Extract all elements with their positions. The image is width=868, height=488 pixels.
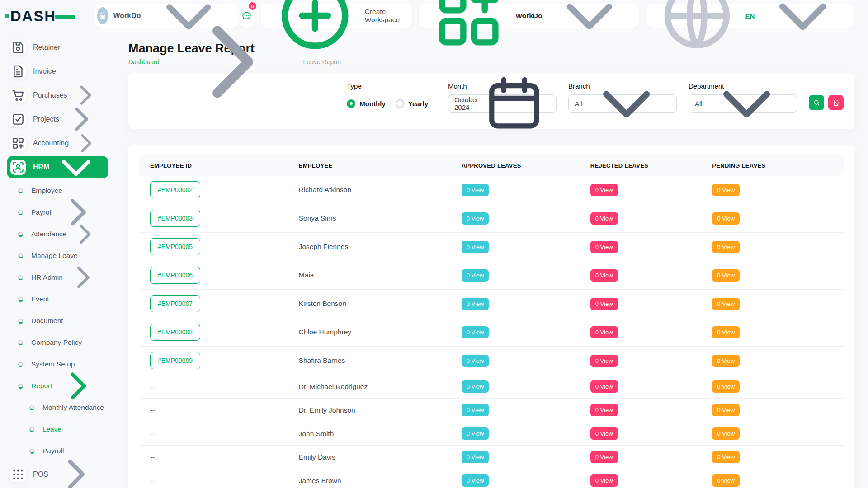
sidebar-item-hrm[interactable]: HRM — [7, 156, 108, 178]
pending-view-badge[interactable]: 0 View — [712, 269, 740, 282]
chevron-right-icon — [164, 0, 299, 130]
topbar: DASH WorkDo 0 Create Workspace WorkDo — [0, 0, 868, 32]
type-radio-group: Monthly Yearly — [347, 94, 428, 113]
pending-view-badge[interactable]: 0 View — [712, 474, 740, 487]
employee-id-badge[interactable]: #EMP00002 — [150, 181, 200, 198]
sidebar-item-pos[interactable]: POS — [7, 463, 108, 486]
branch-select[interactable]: All — [568, 94, 677, 113]
bullet-icon — [18, 232, 23, 237]
table-row: --James Brown0 View0 View0 View — [139, 469, 844, 488]
pending-view-badge[interactable]: 0 View — [712, 404, 740, 416]
pending-view-badge[interactable]: 0 View — [712, 451, 740, 463]
language-selector[interactable]: EN — [646, 4, 854, 28]
radio-unchecked-icon[interactable] — [396, 99, 404, 108]
table-row: #EMP00002Richard Atkinson0 View0 View0 V… — [139, 176, 844, 204]
radio-monthly-label: Monthly — [359, 100, 386, 108]
sidebar-item-document[interactable]: Document — [7, 310, 108, 332]
leave-report-card: EMPLOYEE ID EMPLOYEE APPROVED LEAVES REJ… — [128, 145, 854, 488]
approved-view-badge[interactable]: 0 View — [462, 355, 489, 367]
bullet-icon — [18, 253, 23, 258]
rejected-view-badge[interactable]: 0 View — [590, 451, 618, 463]
radio-yearly[interactable]: Yearly — [396, 99, 428, 108]
rejected-view-badge[interactable]: 0 View — [590, 355, 618, 367]
sidebar-item-label: POS — [33, 470, 48, 479]
approved-view-badge[interactable]: 0 View — [462, 212, 489, 225]
sidebar-item-label: Company Policy — [31, 338, 82, 347]
column-rejected-leaves: REJECTED LEAVES — [580, 155, 702, 176]
employee-id-badge[interactable]: #EMP00009 — [150, 352, 200, 369]
employee-name: Shafira Barnes — [299, 357, 345, 364]
breadcrumb-dashboard-link[interactable]: Dashboard — [128, 58, 160, 66]
approved-view-badge[interactable]: 0 View — [462, 326, 489, 338]
employee-name: Dr. Michael Rodriguez — [299, 383, 368, 390]
approved-view-badge[interactable]: 0 View — [462, 298, 489, 310]
employee-id-badge[interactable]: #EMP00006 — [150, 267, 200, 284]
topbar-actions: 0 Create Workspace WorkDo EN — [239, 4, 854, 28]
workspace-menu-button[interactable]: WorkDo — [419, 4, 639, 28]
month-input[interactable]: October 2024 — [448, 94, 557, 113]
sidebar-item-label: Event — [31, 295, 49, 303]
purchases-icon — [10, 88, 26, 103]
search-button[interactable] — [809, 95, 824, 110]
sidebar-item-leave[interactable]: Leave — [7, 418, 108, 440]
projects-icon — [10, 112, 26, 127]
pending-view-badge[interactable]: 0 View — [712, 380, 740, 393]
employee-name: Chloe Humphrey — [299, 328, 351, 336]
approved-view-badge[interactable]: 0 View — [462, 269, 489, 282]
sidebar: RetainerInvoicePurchasesProjectsAccounti… — [0, 32, 115, 488]
employee-id-badge[interactable]: #EMP00007 — [150, 295, 200, 312]
approved-view-badge[interactable]: 0 View — [462, 404, 489, 416]
approved-view-badge[interactable]: 0 View — [462, 184, 489, 196]
radio-monthly[interactable]: Monthly — [347, 99, 386, 108]
retainer-icon — [10, 40, 26, 55]
employee-id-badge[interactable]: #EMP00005 — [150, 238, 200, 255]
reset-icon — [832, 99, 840, 107]
rejected-view-badge[interactable]: 0 View — [590, 269, 618, 282]
rejected-view-badge[interactable]: 0 View — [590, 404, 618, 416]
radio-checked-icon[interactable] — [347, 99, 355, 108]
sidebar-item-label: Retainer — [33, 43, 60, 52]
sidebar-item-report[interactable]: Report — [7, 375, 108, 397]
approved-view-badge[interactable]: 0 View — [462, 241, 489, 253]
employee-id-badge[interactable]: #EMP00003 — [150, 210, 200, 227]
approved-view-badge[interactable]: 0 View — [462, 474, 489, 487]
pending-view-badge[interactable]: 0 View — [712, 241, 740, 253]
rejected-view-badge[interactable]: 0 View — [590, 298, 618, 310]
brand-logo[interactable]: DASH — [5, 9, 76, 23]
radio-yearly-label: Yearly — [408, 100, 428, 108]
pending-view-badge[interactable]: 0 View — [712, 298, 740, 310]
table-row: --Emily Davis0 View0 View0 View — [139, 446, 844, 469]
approved-view-badge[interactable]: 0 View — [462, 427, 489, 440]
pending-view-badge[interactable]: 0 View — [712, 326, 740, 338]
create-workspace-label: Create Workspace — [365, 8, 403, 24]
department-select[interactable]: All — [689, 94, 797, 113]
sidebar-item-label: Invoice — [33, 67, 56, 75]
approved-view-badge[interactable]: 0 View — [462, 380, 489, 393]
rejected-view-badge[interactable]: 0 View — [590, 184, 618, 196]
leave-table-body: #EMP00002Richard Atkinson0 View0 View0 V… — [139, 176, 844, 488]
chevron-down-icon — [49, 141, 103, 194]
approved-view-badge[interactable]: 0 View — [462, 451, 489, 463]
rejected-view-badge[interactable]: 0 View — [590, 380, 618, 393]
bullet-icon — [18, 297, 23, 302]
bullet-icon — [18, 362, 23, 367]
pending-view-badge[interactable]: 0 View — [712, 212, 740, 225]
rejected-view-badge[interactable]: 0 View — [590, 326, 618, 338]
branch-value: All — [575, 100, 582, 108]
sidebar-item-retainer[interactable]: Retainer — [7, 36, 108, 59]
pending-view-badge[interactable]: 0 View — [712, 184, 740, 196]
bullet-icon — [18, 275, 23, 280]
reset-button[interactable] — [828, 95, 844, 110]
sidebar-item-company-policy[interactable]: Company Policy — [7, 332, 108, 353]
pending-view-badge[interactable]: 0 View — [712, 355, 740, 367]
chevron-down-icon — [582, 59, 670, 147]
rejected-view-badge[interactable]: 0 View — [590, 212, 618, 225]
rejected-view-badge[interactable]: 0 View — [590, 474, 618, 487]
sidebar-item-hr-admin[interactable]: HR Admin — [7, 267, 108, 288]
employee-name: James Brown — [299, 477, 341, 484]
employee-id-badge[interactable]: #EMP00008 — [150, 324, 200, 341]
rejected-view-badge[interactable]: 0 View — [590, 427, 618, 440]
pending-view-badge[interactable]: 0 View — [712, 427, 740, 440]
bullet-icon — [18, 319, 23, 324]
rejected-view-badge[interactable]: 0 View — [590, 241, 618, 253]
